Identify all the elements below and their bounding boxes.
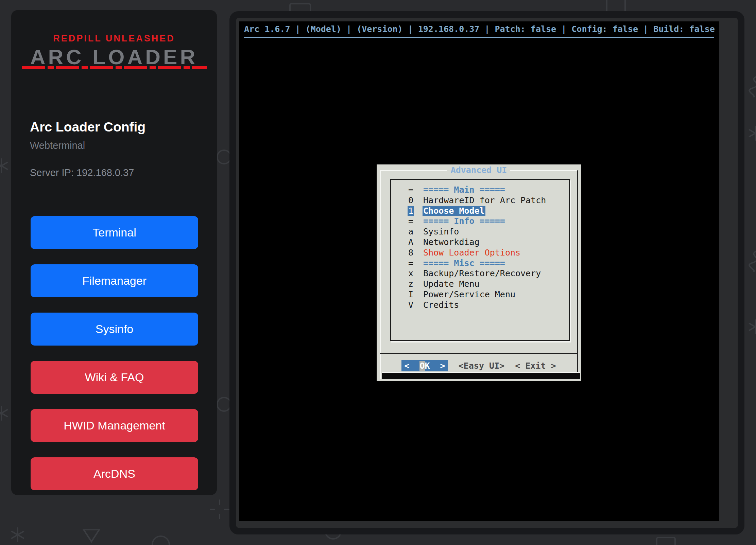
menu-item-label: Choose Model	[423, 206, 485, 216]
decor-star	[748, 319, 756, 334]
dialog-menu-item[interactable]: a Sysinfo	[391, 227, 569, 237]
decor-circle	[152, 535, 170, 545]
page: REDPILL UNLEASHED ARC LOADER Arc Loader …	[0, 0, 756, 545]
dialog-title: Advanced UI	[377, 165, 581, 175]
logo-tagline: REDPILL UNLEASHED	[11, 33, 217, 44]
menu-item-key: =	[408, 216, 414, 227]
page-title: Arc Loader Config	[30, 120, 145, 135]
sidebar-panel: REDPILL UNLEASHED ARC LOADER Arc Loader …	[11, 10, 217, 495]
menu-item-label: ===== Info =====	[423, 216, 506, 227]
dialog-button[interactable]: < Exit >	[515, 360, 556, 371]
sidebar-button[interactable]: Filemanager	[31, 264, 198, 297]
dialog-menu-item[interactable]: x Backup/Restore/Recovery	[391, 268, 569, 279]
page-subtitle: Webterminal	[30, 140, 85, 151]
menu-item-key: z	[408, 279, 414, 289]
dialog-menu-item[interactable]: 8 Show Loader Options	[391, 248, 569, 258]
menu-item-label: Show Loader Options	[423, 248, 521, 258]
terminal-statusbar-rule	[244, 37, 714, 38]
sidebar-button[interactable]: HWID Management	[31, 409, 198, 442]
menu-item-key: 1	[408, 206, 414, 216]
logo-underline	[22, 66, 207, 69]
decor-star	[0, 406, 9, 421]
dialog-button[interactable]: <Easy UI>	[459, 360, 504, 371]
decor-star	[0, 158, 9, 173]
menu-item-label: HardwareID for Arc Patch	[423, 195, 547, 206]
menu-item-label: ===== Main =====	[423, 185, 506, 195]
dialog-menu-item[interactable]: 0 HardwareID for Arc Patch	[391, 195, 569, 206]
terminal-cursor: O	[419, 361, 425, 371]
dialog-menu-item[interactable]: z Update Menu	[391, 279, 569, 289]
dialog-secondary-buttons: <Easy UI> < Exit >	[459, 360, 556, 371]
logo-title: ARC LOADER	[11, 45, 217, 69]
terminal-statusbar: Arc 1.6.7 | (Model) | (Version) | 192.16…	[244, 23, 714, 36]
sidebar-button[interactable]: Sysinfo	[31, 313, 198, 346]
menu-item-key: x	[408, 268, 414, 279]
decor-triangle	[83, 529, 100, 543]
decor-square	[656, 537, 676, 545]
menu-item-label: Credits	[423, 300, 460, 311]
dialog-menu-item[interactable]: I Power/Service Menu	[391, 289, 569, 300]
sidebar-button[interactable]: Terminal	[31, 216, 198, 249]
sidebar-button[interactable]: ArcDNS	[31, 457, 198, 490]
dialog-separator	[380, 353, 578, 354]
menu-item-key: 0	[408, 195, 414, 206]
decor-squiggle	[744, 75, 756, 99]
menu-item-key: A	[408, 237, 414, 248]
sidebar-button-group: Terminal Filemanager Sysinfo Wiki & FAQ …	[31, 216, 198, 506]
decor-squiggle	[744, 250, 756, 274]
menu-item-label: Backup/Restore/Recovery	[423, 268, 542, 279]
sidebar-button[interactable]: Wiki & FAQ	[31, 361, 198, 394]
dialog-menu-item[interactable]: = ===== Info =====	[391, 216, 569, 227]
menu-item-label: ===== Misc =====	[423, 258, 506, 269]
dialog-menu-item[interactable]: 1 Choose Model	[391, 206, 569, 216]
menu-item-label: Power/Service Menu	[423, 289, 516, 300]
dialog-button-row: <OK> <Easy UI> < Exit >	[377, 359, 581, 372]
menu-item-label: Sysinfo	[423, 227, 460, 237]
dialog-menu-box: = ===== Main ===== 0 HardwareID for Arc …	[390, 179, 570, 341]
menu-item-label: Networkdiag	[423, 237, 480, 248]
dialog-menu-item[interactable]: V Credits	[391, 300, 569, 311]
dialog-bottom-border	[382, 372, 580, 379]
menu-item-key: =	[408, 258, 414, 269]
decor-star	[748, 126, 756, 141]
menu-item-key: a	[408, 227, 414, 237]
menu-item-key: I	[408, 289, 414, 300]
ok-button[interactable]: <OK>	[401, 360, 448, 371]
advanced-ui-dialog: Advanced UI = ===== Main ===== 0 Hardwar…	[377, 164, 581, 381]
menu-item-key: 8	[408, 248, 414, 258]
decor-star	[10, 527, 25, 542]
menu-item-key: V	[408, 300, 414, 311]
dialog-menu-item[interactable]: = ===== Main =====	[391, 185, 569, 195]
menu-item-label: Update Menu	[423, 279, 480, 289]
dialog-menu-item[interactable]: A Networkdiag	[391, 237, 569, 248]
dialog-menu-item[interactable]: = ===== Misc =====	[391, 258, 569, 269]
menu-item-key: =	[408, 185, 414, 195]
decor-crosshair	[210, 499, 229, 519]
server-ip-label: Server IP: 192.168.0.37	[30, 167, 134, 178]
